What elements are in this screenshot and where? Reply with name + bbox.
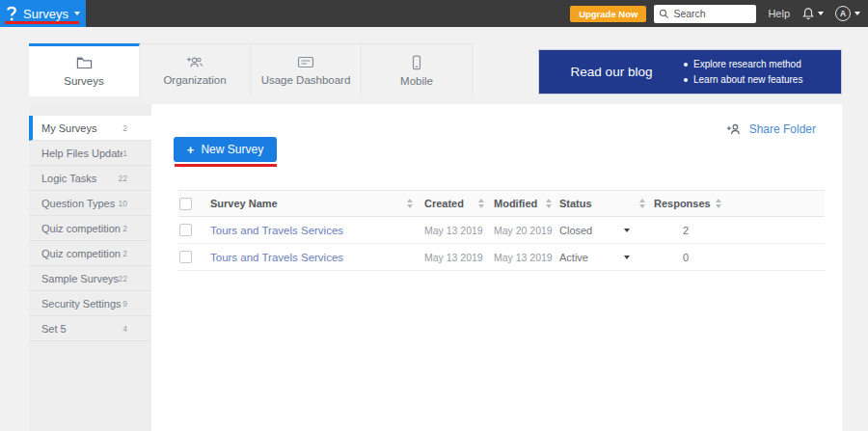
status-value: Active bbox=[559, 252, 588, 263]
new-survey-label: New Survey bbox=[201, 143, 263, 156]
column-header-survey-name[interactable]: Survey Name bbox=[210, 198, 405, 209]
blog-bullet-item: Learn about new features bbox=[684, 74, 831, 85]
sort-icon[interactable] bbox=[476, 199, 486, 208]
chevron-down-icon bbox=[74, 12, 80, 15]
survey-name-link[interactable]: Tours and Travels Services bbox=[210, 225, 405, 236]
row-checkbox[interactable] bbox=[179, 224, 192, 236]
sidebar-item-logic-tasks[interactable]: Logic Tasks 22 bbox=[29, 166, 151, 191]
main-content: Share Folder + New Survey Survey Name Cr… bbox=[151, 104, 842, 431]
annotation-underline-new-survey bbox=[175, 164, 277, 167]
survey-name-link[interactable]: Tours and Travels Services bbox=[210, 252, 405, 263]
app-switcher[interactable]: Surveys bbox=[0, 0, 86, 27]
table-header-row: Survey Name Created Modified Status Resp… bbox=[178, 190, 825, 217]
sort-icon[interactable] bbox=[716, 199, 721, 208]
plus-icon: + bbox=[187, 143, 195, 157]
sidebar-item-count: 2 bbox=[122, 123, 139, 133]
status-dropdown[interactable]: Active bbox=[556, 252, 637, 263]
search-box[interactable] bbox=[654, 5, 756, 23]
folders-sidebar: My Surveys 2 Help Files Update 1 Logic T… bbox=[29, 104, 151, 431]
upgrade-now-button[interactable]: Upgrade Now bbox=[570, 6, 646, 22]
new-survey-button[interactable]: + New Survey bbox=[174, 137, 277, 162]
sidebar-item-count: 1 bbox=[122, 148, 139, 158]
search-input[interactable] bbox=[673, 8, 750, 19]
sidebar-item-question-types[interactable]: Question Types 10 bbox=[29, 191, 151, 216]
app-name: Surveys bbox=[23, 7, 68, 21]
table-row: Tours and Travels Services May 13 2019 M… bbox=[178, 244, 825, 271]
sidebar-item-label: Question Types bbox=[41, 198, 119, 209]
responses-cell: 2 bbox=[651, 225, 719, 236]
annotation-underline-surveys bbox=[5, 21, 79, 24]
bell-icon bbox=[801, 7, 815, 21]
sidebar-item-label: Logic Tasks bbox=[41, 173, 119, 184]
sidebar-item-help-files-update[interactable]: Help Files Update 1 bbox=[29, 141, 151, 166]
sidebar-item-count: 9 bbox=[122, 299, 139, 309]
responses-cell: 0 bbox=[651, 252, 719, 263]
tab-label: Organization bbox=[163, 74, 226, 86]
blog-banner-title: Read our blog bbox=[539, 65, 684, 79]
sidebar-item-count: 4 bbox=[122, 324, 139, 334]
help-link[interactable]: Help bbox=[768, 8, 790, 19]
sidebar-item-label: Set 5 bbox=[41, 323, 122, 335]
tab-label: Usage Dashboard bbox=[261, 74, 351, 86]
column-header-responses[interactable]: Responses bbox=[651, 198, 719, 209]
column-header-status[interactable]: Status bbox=[556, 198, 637, 209]
tab-organization[interactable]: Organization bbox=[140, 43, 251, 96]
column-header-created[interactable]: Created bbox=[419, 198, 476, 209]
row-checkbox[interactable] bbox=[179, 251, 192, 263]
top-bar: Surveys Upgrade Now Help A bbox=[0, 0, 868, 27]
sidebar-item-security-settings[interactable]: Security Settings 9 bbox=[29, 291, 151, 316]
tab-mobile[interactable]: Mobile bbox=[362, 43, 473, 96]
blog-bullet-text: Explore research method bbox=[693, 59, 801, 69]
responses-header-label: Responses bbox=[654, 198, 711, 209]
folder-icon bbox=[76, 56, 93, 70]
tab-strip: Surveys Organization Usage Dashboard Mob… bbox=[29, 43, 842, 96]
blog-bullet-list: Explore research method Learn about new … bbox=[684, 59, 841, 85]
sidebar-item-count: 22 bbox=[119, 274, 139, 283]
smartphone-icon bbox=[411, 55, 422, 70]
blog-bullet-text: Learn about new features bbox=[693, 74, 802, 85]
column-header-modified[interactable]: Modified bbox=[488, 198, 544, 209]
sidebar-item-my-surveys[interactable]: My Surveys 2 bbox=[29, 116, 151, 141]
select-all-checkbox[interactable] bbox=[179, 198, 192, 210]
table-row: Tours and Travels Services May 13 2019 M… bbox=[178, 217, 825, 244]
sidebar-item-sample-surveys[interactable]: Sample Surveys 22 bbox=[29, 266, 151, 291]
chevron-down-icon bbox=[624, 229, 630, 232]
sidebar-item-count: 22 bbox=[119, 174, 139, 183]
tab-label: Mobile bbox=[400, 75, 433, 87]
sidebar-item-count: 2 bbox=[122, 224, 139, 233]
surveys-table: Survey Name Created Modified Status Resp… bbox=[178, 190, 825, 271]
chevron-down-icon bbox=[624, 256, 630, 259]
status-dropdown[interactable]: Closed bbox=[556, 225, 637, 236]
share-folder-label: Share Folder bbox=[749, 122, 816, 136]
sidebar-item-label: Quiz competition - ... bbox=[41, 223, 122, 234]
created-cell: May 13 2019 bbox=[419, 225, 476, 236]
chevron-down-icon bbox=[854, 12, 860, 15]
created-cell: May 13 2019 bbox=[419, 252, 476, 263]
sidebar-item-quiz-competition-1[interactable]: Quiz competition - ... 2 bbox=[29, 216, 151, 241]
bullet-dot bbox=[684, 63, 688, 67]
sidebar-item-label: Sample Surveys bbox=[41, 273, 119, 284]
sidebar-item-count: 2 bbox=[122, 249, 139, 258]
read-blog-banner[interactable]: Read our blog Explore research method Le… bbox=[538, 49, 842, 94]
sidebar-item-quiz-competition-2[interactable]: Quiz competition - ... 2 bbox=[29, 241, 151, 266]
tab-surveys[interactable]: Surveys bbox=[29, 43, 140, 96]
notifications-menu[interactable] bbox=[801, 7, 824, 21]
add-people-icon bbox=[186, 55, 203, 69]
status-value: Closed bbox=[559, 225, 592, 236]
tab-label: Surveys bbox=[64, 75, 104, 87]
sort-icon[interactable] bbox=[405, 199, 415, 208]
search-icon bbox=[659, 9, 669, 19]
sort-icon[interactable] bbox=[544, 199, 554, 208]
sort-icon[interactable] bbox=[637, 199, 647, 208]
proprofs-logo-icon bbox=[6, 6, 17, 22]
modified-cell: May 13 2019 bbox=[488, 252, 544, 263]
share-folder-link[interactable]: Share Folder bbox=[726, 122, 816, 136]
chevron-down-icon bbox=[818, 12, 824, 15]
tab-usage-dashboard[interactable]: Usage Dashboard bbox=[251, 43, 362, 96]
blog-bullet-item: Explore research method bbox=[684, 59, 831, 69]
add-person-icon bbox=[726, 122, 742, 136]
sidebar-item-count: 10 bbox=[119, 199, 139, 208]
sidebar-item-set-5[interactable]: Set 5 4 bbox=[29, 316, 151, 341]
account-menu[interactable]: A bbox=[835, 6, 860, 21]
sidebar-item-label: My Surveys bbox=[41, 122, 122, 134]
